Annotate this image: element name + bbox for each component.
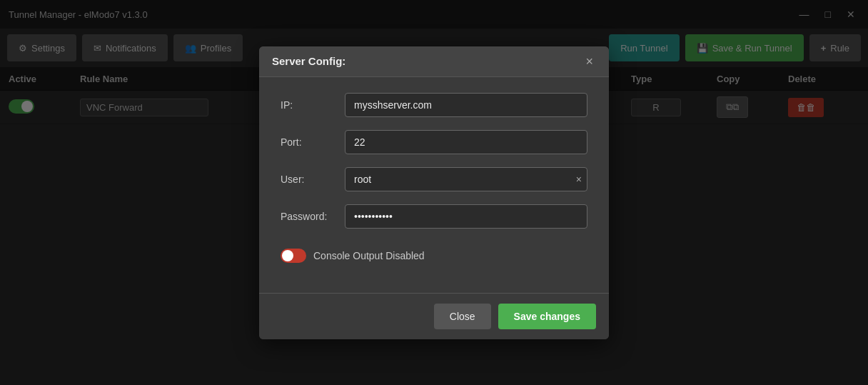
port-label: Port: — [281, 136, 345, 148]
ip-input[interactable] — [345, 93, 587, 117]
console-toggle[interactable] — [281, 249, 306, 263]
modal-close-button[interactable]: × — [582, 55, 596, 68]
modal-header: Server Config: × — [259, 46, 609, 77]
console-row: Console Output Disabled — [281, 241, 587, 270]
ip-row: IP: — [281, 93, 587, 117]
user-clear-button[interactable]: × — [576, 174, 582, 184]
user-input[interactable] — [345, 167, 587, 191]
modal-overlay: Server Config: × IP: Port: User: × — [0, 0, 868, 385]
user-row: User: × — [281, 167, 587, 191]
server-config-modal: Server Config: × IP: Port: User: × — [259, 46, 609, 339]
close-button[interactable]: Close — [434, 304, 491, 329]
port-row: Port: — [281, 130, 587, 154]
password-input[interactable] — [345, 204, 587, 229]
password-row: Password: — [281, 204, 587, 229]
modal-title: Server Config: — [272, 55, 345, 67]
console-label: Console Output Disabled — [313, 250, 425, 261]
password-label: Password: — [281, 211, 345, 222]
modal-body: IP: Port: User: × Password: — [259, 77, 609, 293]
ip-label: IP: — [281, 99, 345, 111]
modal-footer: Close Save changes — [259, 293, 609, 339]
user-label: User: — [281, 174, 345, 185]
port-input[interactable] — [345, 130, 587, 154]
save-changes-button[interactable]: Save changes — [498, 304, 596, 329]
user-input-wrapper: × — [345, 167, 587, 191]
